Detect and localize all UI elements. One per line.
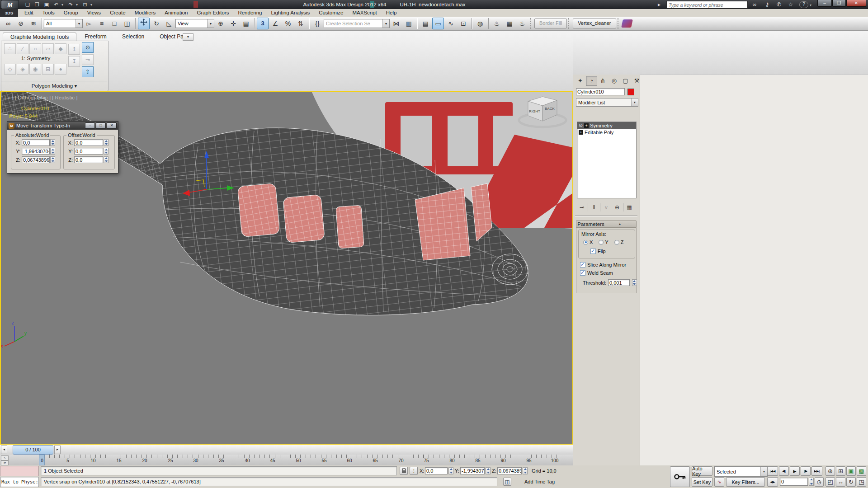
threshold-spinner[interactable] xyxy=(632,279,637,286)
coord-z-field[interactable]: 0,0674389 xyxy=(497,467,522,474)
modifier-stack[interactable]: ⊙ + Symmetry + Editable Poly xyxy=(577,122,637,198)
next-frame-icon[interactable]: |▶ xyxy=(801,466,811,476)
go-to-end-icon[interactable]: ▶▶| xyxy=(811,466,822,476)
app-menu-button[interactable]: M xyxy=(1,0,19,9)
dialog-restore-icon[interactable]: □ xyxy=(96,122,106,129)
qat-more-icon[interactable]: ▾ xyxy=(90,3,94,7)
align-icon[interactable]: ▥ xyxy=(403,18,415,29)
save-file-icon[interactable]: ▣ xyxy=(42,1,51,8)
select-by-name-icon[interactable]: ≡ xyxy=(96,18,108,29)
auto-key-button[interactable]: Auto Key xyxy=(692,466,712,476)
motion-tab-icon[interactable]: ◎ xyxy=(609,76,620,86)
toggle-command-panel-icon[interactable]: ⇧ xyxy=(82,66,94,77)
menu-customize[interactable]: Customize xyxy=(314,9,348,17)
time-tag-cube-icon[interactable]: ◫ xyxy=(503,478,511,486)
search-input[interactable] xyxy=(667,2,747,8)
move-transform-type-in-dialog[interactable]: M Move Transform Type-In – □ ✕ Absolute:… xyxy=(7,121,118,174)
abs-z-field[interactable]: 0,06743896 xyxy=(22,156,50,163)
menu-edit[interactable]: Edit xyxy=(20,9,38,17)
edit-named-selection-sets-icon[interactable]: {} xyxy=(311,18,323,29)
mirror-z-radio[interactable] xyxy=(614,240,619,245)
off-y-field[interactable]: 0,0 xyxy=(74,148,103,155)
render-setup-icon[interactable]: ♨ xyxy=(491,18,503,29)
selection-filter-dropdown[interactable]: All ▼ xyxy=(44,19,83,28)
coord-z-spinner[interactable] xyxy=(523,467,528,474)
key-mode-dropdown[interactable]: Selected ▼ xyxy=(714,466,768,477)
subscription-key-icon[interactable]: ⚷ xyxy=(762,1,772,8)
script-button-icon[interactable] xyxy=(621,19,633,28)
play-icon[interactable]: ▶ xyxy=(790,466,800,476)
coord-y-field[interactable]: -1,994307 xyxy=(460,467,485,474)
object-name-field[interactable]: Cylinder010 xyxy=(576,88,625,95)
time-slider-right-arrow[interactable]: ▸ xyxy=(54,446,61,454)
hierarchy-tab-icon[interactable]: ⋔ xyxy=(597,76,609,86)
close-button[interactable]: ✕ xyxy=(846,0,866,7)
off-y-spinner[interactable] xyxy=(104,148,108,155)
collapse-stack-icon[interactable]: ⊟ xyxy=(42,64,54,75)
spinner-snap-icon[interactable]: ⇅ xyxy=(295,18,307,29)
snaps-toggle-3d-icon[interactable]: 3 xyxy=(257,18,269,29)
new-file-icon[interactable]: ❏ xyxy=(24,1,32,8)
off-z-spinner[interactable] xyxy=(104,156,108,163)
modify-tab-icon[interactable]: ◔ xyxy=(586,76,597,86)
time-slider-left-arrow[interactable]: ◂ xyxy=(1,446,7,454)
menu-tools[interactable]: Tools xyxy=(38,9,59,17)
pin-stack-icon[interactable]: ⊸ xyxy=(82,54,94,65)
select-and-manipulate-icon[interactable]: ✛ xyxy=(227,18,239,29)
polygon-subobject-icon[interactable]: ▱ xyxy=(42,43,54,54)
object-color-swatch[interactable] xyxy=(627,89,634,95)
previous-modifier-icon[interactable]: ↥ xyxy=(68,44,80,55)
key-filters-button[interactable]: Key Filters... xyxy=(726,477,765,487)
slice-along-mirror-checkbox[interactable] xyxy=(580,262,585,267)
ribbon-tab-freeform[interactable]: Freeform xyxy=(77,33,114,41)
parameters-rollout-header[interactable]: Parameters ▲ xyxy=(576,220,637,228)
vertex-subobject-icon[interactable]: ∴ xyxy=(4,43,16,54)
select-object-icon[interactable]: ▻ xyxy=(83,18,95,29)
border-subobject-icon[interactable]: ○ xyxy=(29,43,41,54)
create-tab-icon[interactable]: ✦ xyxy=(575,76,586,86)
element-subobject-icon[interactable]: ◆ xyxy=(55,43,66,54)
layer-manager-icon[interactable]: ▤ xyxy=(420,18,431,29)
mini-track-toggle-icon[interactable]: ⇄ xyxy=(1,460,9,465)
select-and-move-icon[interactable] xyxy=(138,18,150,29)
graphite-ribbon-toggle-icon[interactable]: ▭ xyxy=(432,18,444,29)
menu-graph-editors[interactable]: Graph Editors xyxy=(192,9,233,17)
restore-button[interactable]: ❐ xyxy=(832,0,846,7)
select-and-scale-icon[interactable]: ◺ xyxy=(163,18,175,29)
vertex-cleaner-button[interactable]: Vertex_cleaner xyxy=(573,19,616,28)
time-slider-handle[interactable]: 0 / 100 xyxy=(13,445,53,455)
frame-spinner[interactable] xyxy=(809,478,814,486)
pan-icon[interactable]: ↔ xyxy=(836,477,845,487)
region-zoom-icon[interactable]: ◰ xyxy=(826,477,835,487)
modifier-list-dropdown[interactable]: Modifier List ▼ xyxy=(576,98,638,107)
display-tab-icon[interactable]: ▢ xyxy=(620,76,631,86)
current-modifier-field[interactable]: 1: Symmetry xyxy=(4,55,67,62)
reference-coordinate-dropdown[interactable]: View ▼ xyxy=(175,19,214,28)
workspace-icon[interactable]: ⊡ xyxy=(81,1,89,8)
undo-icon[interactable]: ↶ xyxy=(52,1,60,8)
menu-create[interactable]: Create xyxy=(105,9,130,17)
window-crossing-icon[interactable]: ◫ xyxy=(121,18,133,29)
search-icon[interactable]: ∞ xyxy=(750,1,760,8)
viewcube-front-label[interactable]: RIGHT xyxy=(529,109,540,113)
menu-modifiers[interactable]: Modifiers xyxy=(130,9,160,17)
select-and-link-icon[interactable]: ∞ xyxy=(2,18,14,29)
zoom-extents-all-icon[interactable]: ▩ xyxy=(857,466,866,476)
time-slider-track[interactable]: ◂ 0 / 100 ▸ xyxy=(0,445,573,455)
make-unique-icon[interactable]: ∨ xyxy=(601,203,611,212)
mirror-icon[interactable]: ⋈ xyxy=(390,18,402,29)
redo-icon[interactable]: ↷ xyxy=(66,1,75,8)
absolute-relative-coord-icon[interactable]: ⊹ xyxy=(410,467,418,475)
key-mode-toggle-icon[interactable]: ◀▶ xyxy=(767,477,778,487)
chevron-down-icon[interactable]: ▼ xyxy=(760,467,767,476)
percent-snap-icon[interactable]: % xyxy=(282,18,294,29)
off-z-field[interactable]: 0,0 xyxy=(74,156,103,163)
favorites-star-icon[interactable]: ☆ xyxy=(786,1,796,8)
coord-y-spinner[interactable] xyxy=(486,467,491,474)
viewcube-side-label[interactable]: BACK xyxy=(545,107,555,111)
zoom-icon[interactable]: ⊕ xyxy=(826,466,835,476)
zoom-all-icon[interactable]: ⊞ xyxy=(836,466,845,476)
expand-icon[interactable]: + xyxy=(579,130,583,135)
mirror-y-radio[interactable] xyxy=(599,240,604,245)
viewport-label[interactable]: [ + ] [ Orthographic ] [ Realistic ] xyxy=(5,95,77,100)
